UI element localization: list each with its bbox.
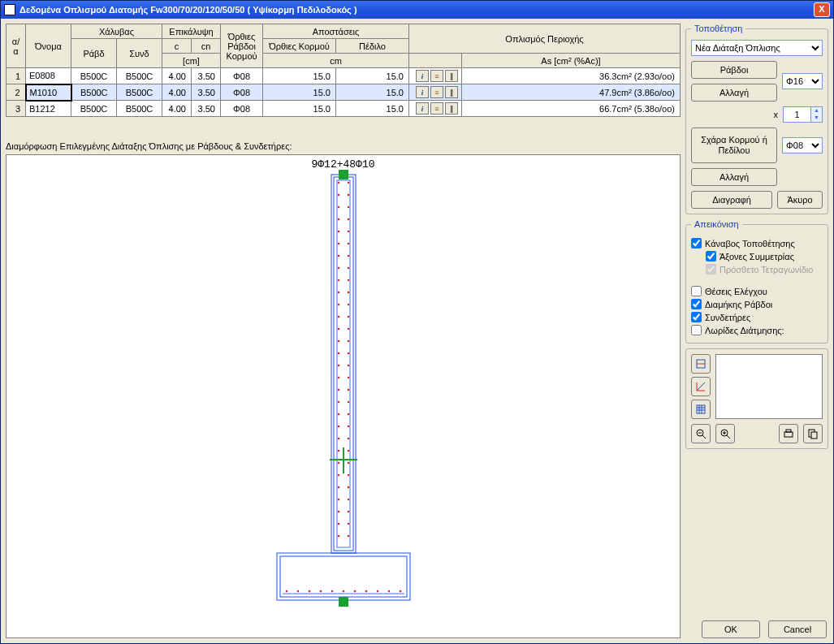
svg-point-64 bbox=[338, 511, 340, 513]
cancel-button[interactable]: Cancel bbox=[768, 620, 827, 638]
svg-point-55 bbox=[348, 450, 350, 452]
svg-point-61 bbox=[348, 486, 350, 489]
web-footing-grid-button[interactable]: Σχάρα Κορμού ή Πεδίλου bbox=[691, 128, 777, 163]
svg-point-29 bbox=[348, 292, 350, 294]
svg-point-51 bbox=[348, 426, 350, 428]
svg-point-27 bbox=[348, 279, 350, 282]
diameter-combo-2[interactable]: Φ08 bbox=[782, 137, 823, 153]
undo-button[interactable]: Άκυρο bbox=[777, 191, 823, 209]
ok-button[interactable]: OK bbox=[702, 620, 760, 638]
svg-point-23 bbox=[348, 255, 350, 257]
svg-point-68 bbox=[338, 535, 340, 538]
svg-point-70 bbox=[286, 590, 288, 593]
layers-icon[interactable]: ≡ bbox=[430, 70, 443, 82]
unit-dist-cm: cm bbox=[263, 54, 409, 68]
bars-icon[interactable]: ∥ bbox=[445, 70, 458, 82]
svg-rect-2 bbox=[337, 180, 350, 547]
svg-point-19 bbox=[348, 231, 350, 233]
table-row[interactable]: 3B1212B500CB500C4.003.50Φ0815.015.0i≡∥66… bbox=[6, 101, 681, 117]
chk-long-bars[interactable] bbox=[691, 299, 702, 309]
svg-point-59 bbox=[348, 474, 350, 477]
svg-point-36 bbox=[338, 340, 340, 343]
chk-symmetry[interactable] bbox=[706, 251, 716, 261]
svg-rect-9 bbox=[339, 597, 348, 607]
chk-shear-strips[interactable] bbox=[691, 325, 702, 335]
svg-point-63 bbox=[348, 499, 350, 501]
tool-grid-icon[interactable] bbox=[691, 400, 711, 419]
svg-point-20 bbox=[338, 243, 340, 245]
svg-point-62 bbox=[338, 499, 340, 501]
spinner-up-icon[interactable]: ▲ bbox=[811, 107, 822, 115]
info-icon[interactable]: i bbox=[416, 102, 429, 115]
tool-axes-icon[interactable] bbox=[691, 377, 711, 396]
copy-icon[interactable] bbox=[803, 424, 823, 443]
svg-point-69 bbox=[348, 535, 350, 538]
layers-icon[interactable]: ≡ bbox=[430, 102, 443, 115]
col-c: c bbox=[162, 39, 192, 54]
svg-line-92 bbox=[702, 435, 706, 439]
change-button[interactable]: Αλλαγή bbox=[691, 84, 777, 102]
svg-point-10 bbox=[338, 182, 340, 184]
svg-point-40 bbox=[338, 365, 340, 367]
bars-icon[interactable]: ∥ bbox=[445, 102, 458, 115]
svg-rect-101 bbox=[811, 432, 817, 439]
svg-point-77 bbox=[365, 590, 368, 593]
col-tie: Συνδ bbox=[117, 39, 162, 68]
tool-view-icon[interactable] bbox=[691, 354, 711, 374]
col-rod: Ράβδ bbox=[71, 39, 117, 68]
svg-point-52 bbox=[338, 438, 340, 440]
chk-check-positions[interactable] bbox=[691, 286, 702, 296]
placement-group: Τοποθέτηση Νέα Διάταξη Όπλισης Ράβδοι Αλ… bbox=[685, 24, 828, 214]
chk-grid[interactable] bbox=[691, 238, 702, 249]
delete-button[interactable]: Διαγραφή bbox=[691, 191, 772, 209]
svg-rect-6 bbox=[339, 170, 348, 179]
layers-icon[interactable]: ≡ bbox=[430, 86, 443, 98]
svg-point-78 bbox=[377, 590, 379, 593]
table-row[interactable]: 2M1010B500CB500C4.003.50Φ0815.015.0i≡∥47… bbox=[6, 84, 681, 101]
svg-point-49 bbox=[348, 413, 350, 416]
svg-rect-0 bbox=[331, 175, 356, 553]
app-icon bbox=[4, 4, 15, 15]
table-row[interactable]: 1E0808B500CB500C4.003.50Φ0815.015.0i≡∥36… bbox=[6, 68, 681, 84]
svg-point-16 bbox=[338, 218, 340, 221]
svg-point-21 bbox=[348, 243, 350, 245]
close-button[interactable]: X bbox=[814, 2, 830, 17]
col-cover: Επικάλυψη bbox=[162, 24, 221, 39]
diameter-combo-1[interactable]: Φ16 bbox=[782, 73, 823, 89]
info-icon[interactable]: i bbox=[416, 70, 429, 82]
print-icon[interactable] bbox=[779, 424, 798, 443]
bars-button[interactable]: Ράβδοι bbox=[691, 61, 777, 79]
svg-point-22 bbox=[338, 255, 340, 257]
chk-ties[interactable] bbox=[691, 312, 702, 322]
dialog-buttons: OK Cancel bbox=[702, 620, 827, 638]
svg-point-60 bbox=[338, 486, 340, 489]
zoom-out-icon[interactable] bbox=[691, 424, 711, 443]
bars-icon[interactable]: ∥ bbox=[445, 86, 458, 98]
change-button-2[interactable]: Αλλαγή bbox=[691, 168, 777, 186]
preview-box bbox=[715, 354, 823, 419]
svg-point-31 bbox=[348, 304, 350, 306]
zoom-in-icon[interactable] bbox=[715, 424, 735, 443]
svg-point-12 bbox=[338, 194, 340, 197]
multiplier-input[interactable] bbox=[783, 106, 810, 123]
col-distances: Αποστάσεις bbox=[263, 24, 409, 39]
svg-point-72 bbox=[309, 590, 311, 593]
dialog-window: Δεδομένα Οπλισμού Διατομής Fw300/70/20/1… bbox=[0, 0, 834, 644]
multiplier-label: x bbox=[774, 110, 779, 119]
svg-point-43 bbox=[348, 377, 350, 379]
section-canvas[interactable]: 9Φ12+48Φ10 bbox=[6, 154, 681, 638]
svg-line-83 bbox=[697, 383, 705, 391]
multiplier-spinner[interactable]: ▲▼ bbox=[783, 106, 823, 123]
spinner-down-icon[interactable]: ▼ bbox=[811, 115, 822, 122]
svg-point-35 bbox=[348, 328, 350, 331]
svg-rect-99 bbox=[786, 430, 791, 432]
svg-point-53 bbox=[348, 438, 350, 440]
layout-combo[interactable]: Νέα Διάταξη Όπλισης bbox=[691, 40, 823, 56]
svg-point-26 bbox=[338, 279, 340, 282]
svg-rect-3 bbox=[277, 553, 410, 600]
svg-point-45 bbox=[348, 389, 350, 391]
info-icon[interactable]: i bbox=[416, 86, 429, 98]
svg-point-47 bbox=[348, 401, 350, 404]
col-region: Οπλισμός Περιοχής bbox=[409, 24, 681, 54]
col-cn: cn bbox=[192, 39, 221, 54]
